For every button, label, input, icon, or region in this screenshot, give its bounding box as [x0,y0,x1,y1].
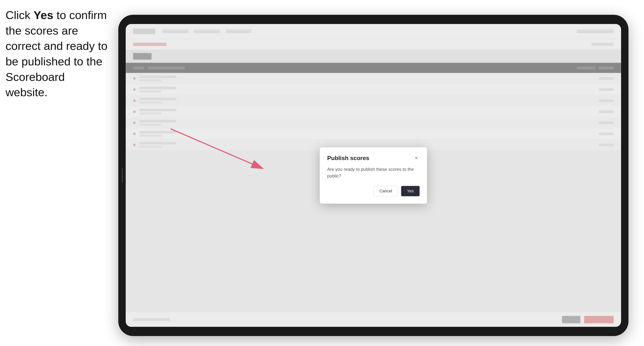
dialog-yes-button[interactable]: Yes [401,186,420,196]
tablet-frame: Publish scores × Are you ready to publis… [118,15,628,336]
dialog-body: Are you ready to publish these scores to… [327,166,420,179]
dialog-cancel-button[interactable]: Cancel [374,186,398,196]
dialog-close-button[interactable]: × [413,155,420,161]
dialog-header: Publish scores × [327,155,420,162]
instruction-part1: Click [6,9,34,21]
publish-dialog: Publish scores × Are you ready to publis… [320,147,427,204]
modal-overlay: Publish scores × Are you ready to publis… [126,24,621,327]
tablet-screen: Publish scores × Are you ready to publis… [126,24,621,327]
instruction-part2: to confirm the scores are correct and re… [6,9,108,99]
instruction-text: Click Yes to confirm the scores are corr… [6,7,109,100]
dialog-title: Publish scores [327,155,369,162]
dialog-footer: Cancel Yes [327,186,420,196]
instruction-bold: Yes [34,9,54,21]
